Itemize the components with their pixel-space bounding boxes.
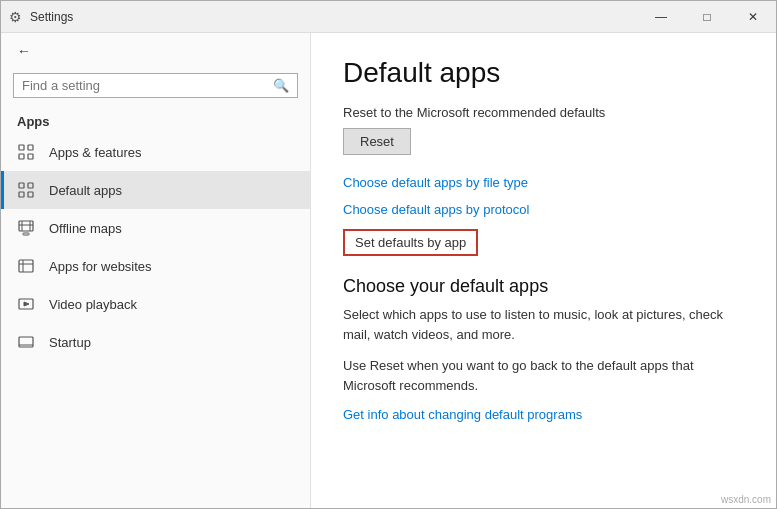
sidebar: ← 🔍 Apps Apps & features — [1, 33, 311, 508]
title-bar-title: Settings — [30, 10, 73, 24]
search-input[interactable] — [22, 78, 267, 93]
back-button[interactable]: ← — [1, 33, 310, 69]
svg-rect-3 — [28, 154, 33, 159]
link-file-type[interactable]: Choose default apps by file type — [343, 175, 744, 190]
search-box: 🔍 — [13, 73, 298, 98]
svg-rect-0 — [19, 145, 24, 150]
main-area: ← 🔍 Apps Apps & features — [1, 33, 776, 508]
svg-rect-13 — [19, 260, 33, 272]
section-desc-2: Use Reset when you want to go back to th… — [343, 356, 744, 395]
reset-button[interactable]: Reset — [343, 128, 411, 155]
sidebar-item-apps-websites[interactable]: Apps for websites — [1, 247, 310, 285]
default-apps-icon — [17, 181, 35, 199]
sidebar-item-apps-features[interactable]: Apps & features — [1, 133, 310, 171]
svg-rect-8 — [19, 221, 33, 231]
minimize-button[interactable]: — — [638, 1, 684, 33]
sidebar-item-video-playback[interactable]: Video playback — [1, 285, 310, 323]
sidebar-item-default-apps[interactable]: Default apps — [1, 171, 310, 209]
window-controls: — □ ✕ — [638, 1, 776, 33]
offline-maps-icon — [17, 219, 35, 237]
svg-rect-4 — [19, 183, 24, 188]
link-protocol[interactable]: Choose default apps by protocol — [343, 202, 744, 217]
back-arrow-icon: ← — [17, 43, 31, 59]
apps-features-icon — [17, 143, 35, 161]
watermark: wsxdn.com — [721, 494, 771, 505]
sidebar-item-video-playback-label: Video playback — [49, 297, 137, 312]
section-desc-1: Select which apps to use to listen to mu… — [343, 305, 744, 344]
svg-rect-1 — [19, 154, 24, 159]
link-changing-defaults[interactable]: Get info about changing default programs — [343, 407, 744, 422]
content-area: Default apps Reset to the Microsoft reco… — [311, 33, 776, 508]
sidebar-item-apps-websites-label: Apps for websites — [49, 259, 152, 274]
svg-rect-12 — [23, 233, 29, 235]
sidebar-item-startup[interactable]: Startup — [1, 323, 310, 361]
search-icon: 🔍 — [273, 78, 289, 93]
settings-window: ⚙ Settings — □ ✕ ← 🔍 Apps — [0, 0, 777, 509]
video-playback-icon — [17, 295, 35, 313]
startup-icon — [17, 333, 35, 351]
title-bar-left: ⚙ Settings — [9, 9, 73, 25]
svg-rect-7 — [28, 192, 33, 197]
settings-icon: ⚙ — [9, 9, 22, 25]
svg-rect-2 — [28, 145, 33, 150]
section-title: Choose your default apps — [343, 276, 744, 297]
set-defaults-box[interactable]: Set defaults by app — [343, 229, 478, 256]
apps-websites-icon — [17, 257, 35, 275]
svg-marker-17 — [24, 302, 29, 306]
sidebar-item-startup-label: Startup — [49, 335, 91, 350]
sidebar-item-offline-maps[interactable]: Offline maps — [1, 209, 310, 247]
maximize-button[interactable]: □ — [684, 1, 730, 33]
sidebar-item-apps-features-label: Apps & features — [49, 145, 142, 160]
title-bar: ⚙ Settings — □ ✕ — [1, 1, 776, 33]
sidebar-section-title: Apps — [1, 106, 310, 133]
sidebar-item-offline-maps-label: Offline maps — [49, 221, 122, 236]
reset-label: Reset to the Microsoft recommended defau… — [343, 105, 744, 120]
close-button[interactable]: ✕ — [730, 1, 776, 33]
sidebar-item-default-apps-label: Default apps — [49, 183, 122, 198]
svg-rect-6 — [28, 183, 33, 188]
page-title: Default apps — [343, 57, 744, 89]
svg-rect-5 — [19, 192, 24, 197]
